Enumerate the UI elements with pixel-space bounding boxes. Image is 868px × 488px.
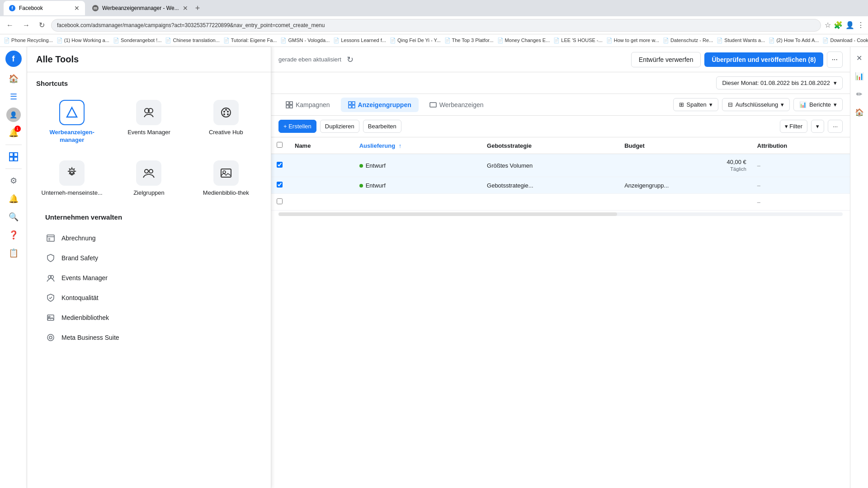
shortcut-unternehmenseinst[interactable]: Unterneh-menseinste... <box>36 155 108 202</box>
url-bar[interactable]: facebook.com/adsmanager/manage/campaigns… <box>51 19 821 32</box>
create-button[interactable]: + Erstellen <box>278 120 316 133</box>
manage-events-manager[interactable]: Events Manager <box>45 268 253 288</box>
horizontal-scrollbar[interactable] <box>278 212 843 216</box>
new-tab-button[interactable]: + <box>195 4 200 13</box>
berichte-label: Berichte <box>809 101 831 108</box>
publish-button[interactable]: Überprüfen und veröffentlichen (8) <box>704 52 823 67</box>
forward-button[interactable]: → <box>20 19 33 31</box>
browser-chrome: f Facebook ✕ m Werbeanzeigenmanager - We… <box>0 0 868 16</box>
sidebar-list-icon[interactable]: 📋 <box>5 245 22 261</box>
bookmark-4[interactable]: 📄 Chinese translation... <box>165 38 219 43</box>
discard-button[interactable]: Entwürfe verwerfen <box>631 52 701 67</box>
more-options-btn[interactable]: ··· <box>828 120 843 133</box>
right-house-icon[interactable]: 🏠 <box>852 105 867 119</box>
tab-close-facebook[interactable]: ✕ <box>74 5 80 12</box>
manage-kontoqualitaet[interactable]: Kontoqualität <box>45 288 253 308</box>
bookmark-15[interactable]: 📄 (2) How To Add A... <box>769 38 819 43</box>
sidebar-help-icon[interactable]: ❓ <box>5 227 22 243</box>
sidebar-home-icon[interactable]: 🏠 <box>5 70 22 87</box>
shortcut-events-manager[interactable]: Events Manager <box>113 94 184 150</box>
svg-rect-18 <box>47 235 54 241</box>
aufschluesselung-button[interactable]: ⊟ Aufschlüsselung ▾ <box>722 98 790 111</box>
manage-medienbibliothek-label: Medienbibliothek <box>61 314 109 321</box>
shortcut-events-manager-label: Events Manager <box>127 129 170 136</box>
profile-icon[interactable]: 👤 <box>845 21 854 29</box>
sidebar-notification-icon[interactable]: 🔔 1 <box>5 125 22 141</box>
svg-rect-36 <box>430 103 436 107</box>
sidebar-menu-icon[interactable]: ☰ <box>5 89 22 105</box>
manage-brand-safety[interactable]: Brand Safety <box>45 248 253 268</box>
tab-close-werbeanzeigen[interactable]: ✕ <box>183 5 188 12</box>
bookmark-6[interactable]: 📄 GMSN - Vologda... <box>280 38 330 43</box>
bookmarks-bar: 📄 Phone Recycling... 📄 (1) How Working a… <box>0 34 868 47</box>
row1-checkbox[interactable] <box>277 162 283 168</box>
svg-rect-28 <box>286 102 289 104</box>
bookmark-7[interactable]: 📄 Lessons Learned f... <box>333 38 386 43</box>
bookmark-3[interactable]: 📄 Sonderangebot !... <box>113 38 162 43</box>
tab-anzeigengruppen[interactable]: Anzeigengruppen <box>341 98 419 112</box>
dropdown-btn[interactable]: ▾ <box>811 120 824 133</box>
sidebar-table-icon[interactable] <box>5 149 22 165</box>
col-auslieferung[interactable]: Auslieferung ↑ <box>354 137 481 154</box>
row3-checkbox[interactable] <box>277 198 283 204</box>
anzeigengruppen-icon <box>348 101 355 108</box>
tab-actions: ⊞ Spalten ▾ ⊟ Aufschlüsselung ▾ 📊 Berich… <box>673 98 843 111</box>
tab-werbeanzeigen[interactable]: m Werbeanzeigenmanager - We... ✕ <box>87 1 193 15</box>
tab-facebook[interactable]: f Facebook ✕ <box>4 1 85 15</box>
manage-abrechnung[interactable]: Abrechnung <box>45 228 253 248</box>
bookmark-icon[interactable]: ☆ <box>825 21 831 29</box>
sidebar-bell-icon[interactable]: 🔔 <box>5 191 22 207</box>
bookmark-10[interactable]: 📄 Money Changes E... <box>497 38 550 43</box>
sidebar-avatar[interactable]: 👤 <box>5 107 22 123</box>
bookmark-14[interactable]: 📄 Student Wants a... <box>717 38 765 43</box>
medienbibliothek2-icon <box>45 312 56 323</box>
manage-meta-business-suite[interactable]: Meta Business Suite <box>45 328 253 347</box>
bookmark-12[interactable]: 📄 How to get more w... <box>606 38 659 43</box>
bookmark-2[interactable]: 📄 (1) How Working a... <box>57 38 109 43</box>
table-row: Entwurf Größtes Volumen 40,00 €Täglich – <box>271 154 850 177</box>
filter-button[interactable]: ▾ Filter <box>780 120 808 133</box>
bookmark-1[interactable]: 📄 Phone Recycling... <box>4 38 53 43</box>
bookmark-13[interactable]: 📄 Datenschutz - Re... <box>663 38 713 43</box>
tab-werbeanzeigen[interactable]: Werbeanzeigen <box>422 98 491 112</box>
brand-safety-icon <box>45 253 56 263</box>
extensions-icon[interactable]: 🧩 <box>834 21 843 29</box>
berichte-icon: 📊 <box>799 101 807 108</box>
werbeanzeigen-icon <box>429 101 437 108</box>
kontoqualitaet-icon <box>45 292 56 303</box>
bookmark-9[interactable]: 📄 The Top 3 Platfor... <box>444 38 494 43</box>
menu-icon[interactable]: ⋮ <box>857 21 864 29</box>
shortcut-werbeanzeigenmanager[interactable]: Werbeanzeigen­manager <box>36 94 108 150</box>
bookmark-16[interactable]: 📄 Download - Cooki... <box>822 38 868 43</box>
manage-medienbibliothek[interactable]: Medienbibliothek <box>45 308 253 328</box>
edit-button[interactable]: Bearbeiten <box>363 120 401 133</box>
shortcut-medienbibliothek[interactable]: Medienbiblio-thek <box>190 155 262 202</box>
duplicate-button[interactable]: Duplizieren <box>320 120 359 133</box>
select-all-checkbox[interactable] <box>277 142 283 148</box>
date-picker[interactable]: Dieser Monat: 01.08.2022 bis 21.08.2022 … <box>716 76 843 89</box>
reload-button[interactable]: ↻ <box>36 19 47 31</box>
left-sidebar: f 🏠 ☰ 👤 🔔 1 ⚙ 🔔 🔍 ❓ 📋 <box>0 47 27 488</box>
kampagnen-icon <box>286 101 293 108</box>
svg-rect-16 <box>221 169 231 177</box>
bookmark-5[interactable]: 📄 Tutorial: Eigene Fa... <box>223 38 277 43</box>
bookmark-11[interactable]: 📄 LEE 'S HOUSE -... <box>553 38 602 43</box>
more-button[interactable]: ··· <box>827 52 843 68</box>
col-gebotsstrategie: Gebotsstrategie <box>481 137 619 154</box>
row3-gebotsstrategie <box>481 194 619 211</box>
right-edit-icon[interactable]: ✏ <box>852 87 867 101</box>
tab-kampagnen[interactable]: Kampagnen <box>278 98 337 112</box>
right-close-icon[interactable]: ✕ <box>852 51 867 65</box>
sidebar-search-icon[interactable]: 🔍 <box>5 209 22 225</box>
shortcut-creative-hub[interactable]: Creative Hub <box>190 94 262 150</box>
bookmark-8[interactable]: 📄 Qing Fei De Yi - Y... <box>390 38 441 43</box>
right-chart-icon[interactable]: 📊 <box>852 69 867 83</box>
back-button[interactable]: ← <box>4 19 16 31</box>
berichte-button[interactable]: 📊 Berichte ▾ <box>793 98 843 111</box>
spalten-button[interactable]: ⊞ Spalten ▾ <box>673 98 718 111</box>
shortcut-zielgruppen[interactable]: Zielgruppen <box>113 155 184 202</box>
row2-checkbox[interactable] <box>277 182 283 188</box>
spalten-icon: ⊞ <box>679 101 684 108</box>
sidebar-gear-icon[interactable]: ⚙ <box>5 173 22 189</box>
refresh-button[interactable]: ↻ <box>347 55 354 65</box>
